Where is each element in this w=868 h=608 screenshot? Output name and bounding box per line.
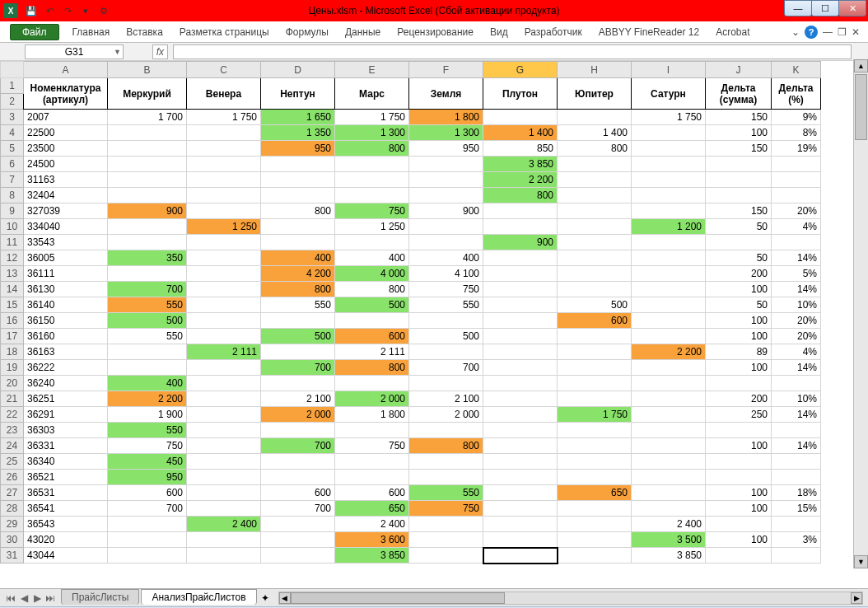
formula-bar[interactable] <box>173 44 852 59</box>
file-tab[interactable]: Файл <box>10 24 59 40</box>
column-header[interactable]: G <box>483 62 558 78</box>
cell[interactable] <box>706 157 772 172</box>
ribbon-tab[interactable]: Acrobat <box>707 21 758 42</box>
cell[interactable]: 400 <box>409 250 483 266</box>
cell[interactable] <box>706 548 772 564</box>
cell[interactable]: 20% <box>772 313 821 329</box>
cell[interactable] <box>409 344 483 360</box>
cell[interactable]: 250 <box>706 407 772 423</box>
cell[interactable] <box>632 360 706 376</box>
cell[interactable]: 2 200 <box>108 391 187 407</box>
cell[interactable] <box>261 219 335 235</box>
cell[interactable]: 150 <box>706 110 772 125</box>
row-header[interactable]: 20 <box>1 376 24 391</box>
cell[interactable] <box>187 376 261 391</box>
sheet-nav-button[interactable]: ◀ <box>18 592 30 604</box>
cell[interactable]: 750 <box>335 438 409 454</box>
cell[interactable] <box>558 250 632 266</box>
cell[interactable] <box>772 376 821 391</box>
cell[interactable] <box>409 423 483 438</box>
cell[interactable] <box>187 438 261 454</box>
cell[interactable]: 14% <box>772 360 821 376</box>
cell[interactable]: 43020 <box>24 532 108 548</box>
cell[interactable]: 200 <box>706 266 772 282</box>
cell[interactable] <box>558 376 632 391</box>
cell[interactable] <box>261 157 335 172</box>
doc-close-icon[interactable]: ✕ <box>852 26 860 38</box>
sheet-tab[interactable]: ПрайсЛисты <box>61 589 139 605</box>
cell[interactable]: 22500 <box>24 125 108 141</box>
cell[interactable]: 500 <box>558 297 632 313</box>
cell[interactable] <box>706 517 772 532</box>
cell[interactable] <box>483 501 558 517</box>
cell[interactable] <box>772 470 821 485</box>
row-header[interactable]: 10 <box>1 219 24 235</box>
cell[interactable] <box>558 501 632 517</box>
scroll-up-arrow-icon[interactable]: ▲ <box>854 59 868 72</box>
doc-minimize-icon[interactable]: — <box>823 26 833 38</box>
cell[interactable] <box>558 548 632 564</box>
cell[interactable]: 1 350 <box>261 125 335 141</box>
cell[interactable] <box>483 407 558 423</box>
cell[interactable] <box>261 532 335 548</box>
row-header[interactable]: 1 <box>1 78 24 94</box>
cell[interactable]: 950 <box>108 470 187 485</box>
cell[interactable]: 36150 <box>24 313 108 329</box>
ribbon-tab[interactable]: Вид <box>482 21 516 42</box>
cell[interactable]: 550 <box>261 297 335 313</box>
table-header-cell[interactable]: Сатурн <box>632 78 706 110</box>
cell[interactable] <box>483 344 558 360</box>
cell[interactable]: 550 <box>108 423 187 438</box>
cell[interactable] <box>772 517 821 532</box>
cell[interactable]: 3 850 <box>483 157 558 172</box>
cell[interactable] <box>409 517 483 532</box>
cell[interactable] <box>108 235 187 250</box>
cell[interactable]: 2 400 <box>335 517 409 532</box>
cell[interactable]: 600 <box>335 329 409 344</box>
cell[interactable] <box>632 203 706 219</box>
cell[interactable] <box>409 157 483 172</box>
cell[interactable]: 1 400 <box>558 125 632 141</box>
cell[interactable] <box>632 501 706 517</box>
cell[interactable] <box>772 548 821 564</box>
cell[interactable] <box>335 172 409 188</box>
cell[interactable]: 3 500 <box>632 532 706 548</box>
cell[interactable] <box>558 391 632 407</box>
cell[interactable] <box>558 532 632 548</box>
cell[interactable]: 700 <box>108 282 187 297</box>
table-header-cell[interactable]: Юпитер <box>558 78 632 110</box>
cell[interactable]: 150 <box>706 141 772 157</box>
ribbon-tab[interactable]: Данные <box>337 21 389 42</box>
cell[interactable] <box>409 532 483 548</box>
cell[interactable]: 3 600 <box>335 532 409 548</box>
cell[interactable] <box>483 297 558 313</box>
row-header[interactable]: 24 <box>1 438 24 454</box>
table-header-cell[interactable]: Нептун <box>261 78 335 110</box>
cell[interactable]: 750 <box>409 501 483 517</box>
cell[interactable] <box>409 219 483 235</box>
cell[interactable] <box>483 360 558 376</box>
cell[interactable] <box>483 532 558 548</box>
cell[interactable]: 3% <box>772 532 821 548</box>
cell[interactable]: 150 <box>706 203 772 219</box>
cell[interactable] <box>558 203 632 219</box>
cell[interactable] <box>187 548 261 564</box>
cell[interactable] <box>108 219 187 235</box>
maximize-button[interactable]: ☐ <box>811 0 839 16</box>
cell[interactable] <box>409 454 483 470</box>
cell[interactable]: 100 <box>706 532 772 548</box>
cell[interactable] <box>187 329 261 344</box>
cell[interactable]: 500 <box>409 329 483 344</box>
cell[interactable] <box>187 501 261 517</box>
cell[interactable] <box>261 548 335 564</box>
table-header-cell[interactable]: Марс <box>335 78 409 110</box>
row-header[interactable]: 9 <box>1 203 24 219</box>
cell[interactable] <box>108 344 187 360</box>
cell[interactable] <box>632 391 706 407</box>
cell[interactable] <box>483 203 558 219</box>
cell[interactable]: 2 111 <box>335 344 409 360</box>
cell[interactable] <box>706 470 772 485</box>
cell[interactable] <box>108 532 187 548</box>
cell[interactable]: 36140 <box>24 297 108 313</box>
cell[interactable] <box>632 313 706 329</box>
